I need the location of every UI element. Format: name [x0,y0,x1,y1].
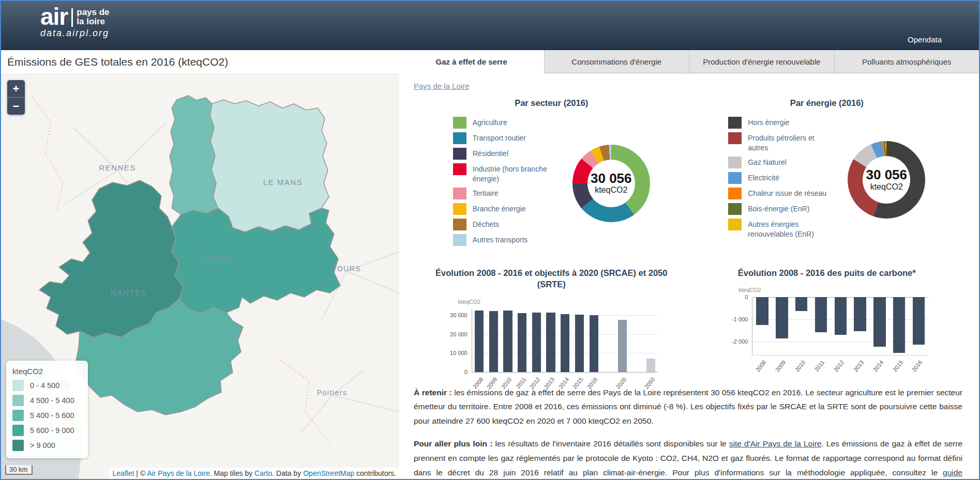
legend-swatch [12,395,24,406]
legend-label: Gaz Naturel [748,157,787,167]
legend-item[interactable]: Industrie (hors branche énergie) [453,163,559,184]
map-legend: kteqCO2 0 - 4 5004 500 - 5 4005 400 - 5 … [6,361,88,458]
donut-legend: Hors énergieProduits pétroliers et autre… [728,117,834,243]
dashboard-panel: Gaz à effet de serre Consommations d'éne… [399,50,979,479]
bar-2014[interactable] [873,297,885,347]
map-zoom-control: + − [7,80,25,115]
legend-item[interactable]: Tertiaire [453,188,559,199]
bar-2016[interactable] [913,297,925,345]
logo-air-text: air [40,6,68,27]
bar-2009[interactable] [776,297,788,338]
legend-item[interactable]: Autres énergies renouvelables (EnR) [728,219,834,239]
chart-title: Par énergie (2016) [790,97,864,109]
bar-2015[interactable] [575,315,584,372]
chart-title: Évolution 2008 - 2016 et objectifs à 202… [432,267,670,290]
bar-2013[interactable] [854,297,866,331]
legend-swatch [728,203,742,215]
bar-2010[interactable] [795,297,807,311]
map-attribution: Leaflet | © Air Pays de la Loire. Map ti… [109,468,399,479]
logo-region-line2: la loire [77,17,105,26]
legend-item[interactable]: Electricité [728,172,834,184]
opendata-link[interactable]: Opendata [908,35,942,44]
bar-2008[interactable] [756,297,768,324]
inline-link[interactable]: Leaflet [112,469,134,477]
axis-tick-label: 20 000 [450,331,468,337]
donut-charts-row: Par secteur (2016) AgricultureTransport … [414,97,964,250]
legend-swatch [453,219,466,230]
legend-swatch [728,188,742,199]
zoom-in-button[interactable]: + [7,80,25,98]
text-segment: contributors. [354,469,396,477]
bar-2020[interactable] [618,320,627,372]
chart-evolution-objectifs: Évolution 2008 - 2016 et objectifs à 202… [414,267,689,372]
inline-link[interactable]: OpenStreetMap [303,469,354,477]
legend-item[interactable]: Bois-énergie (EnR) [728,203,834,215]
bar-2012[interactable] [532,313,541,371]
breadcrumb[interactable]: Pays de la Loire [414,82,470,90]
legend-item[interactable]: Déchets [453,219,559,230]
department-sarthe[interactable] [210,100,329,232]
chart-title: Par secteur (2016) [515,97,588,109]
city-label-angers: Angers [202,252,232,261]
legend-item[interactable]: Agriculture [453,117,559,129]
legend-item[interactable]: Autres transports [453,234,559,246]
legend-label: 5 600 - 9 000 [30,426,74,435]
legend-label: Bois-énergie (EnR) [748,203,809,214]
donut-center: 30 056 kteqCO2 [587,160,635,207]
logo-divider [71,8,73,27]
legend-item[interactable]: Résidentiel [453,148,559,160]
y-axis-ticks: 010 00020 00030 000 [445,309,472,372]
legend-swatch [453,117,466,129]
donut-center: 30 056 kteqCO2 [863,156,910,204]
legend-label: 5 400 - 5 600 [30,411,74,420]
city-label-le-mans: LE MANS [263,178,303,187]
bar-2016[interactable] [590,315,598,371]
legend-item[interactable]: Transport routier [453,132,559,144]
y-axis-label: kteqCO2 [738,287,928,293]
tab-consommations-energie[interactable]: Consommations d'énergie [545,50,690,73]
inline-link[interactable]: Carto [254,469,272,477]
donut-wrap: 30 056 kteqCO2 [848,141,925,219]
map[interactable]: RENNESLE MANSAngersNANTESTOURSPoitiers É… [1,50,399,479]
logo-region-text: pays de la loire [77,6,109,26]
bar-2010[interactable] [503,311,512,371]
donut-total-value: 30 056 [866,168,907,182]
legend-label: 4 500 - 5 400 [30,396,74,405]
legend-label: Résidentiel [473,148,508,159]
text-segment: . Data by [272,469,303,477]
legend-swatch [453,234,466,246]
bar-2013[interactable] [546,313,555,372]
legend-label: Autres énergies renouvelables (EnR) [748,219,834,239]
legend-item[interactable]: Hors énergie [728,117,834,129]
inline-link[interactable]: site d'Air Pays de la Loire [729,439,822,448]
bar-2011[interactable] [815,297,827,332]
chart-puits-carbone: Évolution 2008 - 2016 des puits de carbo… [689,267,965,372]
bar-2015[interactable] [893,297,905,353]
bar-2050[interactable] [646,359,655,371]
bar-2014[interactable] [561,314,569,372]
zoom-out-button[interactable]: − [7,98,25,115]
legend-item[interactable]: Branche énergie [453,203,559,215]
bar-2011[interactable] [518,313,526,371]
legend-item[interactable]: Produits pétroliers et autres [728,132,834,153]
axis-tick-label: 10 000 [450,350,468,356]
legend-item[interactable]: Chaleur issue de réseau [728,188,834,199]
page: { "header":{ "logo_air":"air","logo_pays… [0,0,980,480]
tab-production-energie[interactable]: Production d'énergie renouvelable [689,50,835,73]
inline-link[interactable]: Air Pays de la Loire [147,469,209,477]
legend-label: Branche énergie [473,203,526,214]
airpl-logo[interactable]: air pays de la loire data.airpl.org [40,6,110,39]
legend-swatch [12,440,24,451]
axis-tick-label: 2016 [901,359,924,386]
legend-label: Industrie (hors branche énergie) [473,163,559,184]
tab-polluants[interactable]: Polluants atmosphériques [835,50,979,73]
legend-swatch [728,117,742,129]
tab-gaz-effet-serre[interactable]: Gaz à effet de serre [399,50,545,73]
map-scale-bar: 30 km [5,465,33,475]
bar-2008[interactable] [475,311,484,372]
app-header: air pays de la loire data.airpl.org Open… [1,1,979,50]
chart-par-energie: Par énergie (2016) Hors énergieProduits … [689,97,965,250]
bar-2009[interactable] [489,311,498,372]
bar-2012[interactable] [835,297,847,335]
legend-item[interactable]: Gaz Naturel [728,157,834,168]
